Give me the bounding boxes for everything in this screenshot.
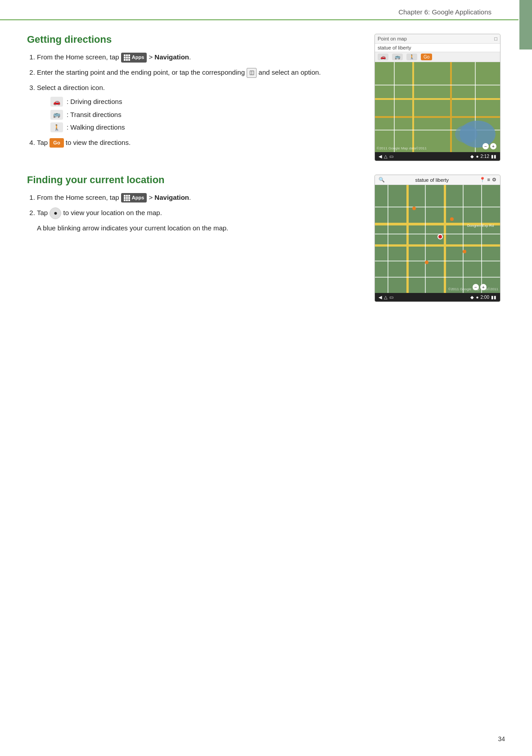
zoom2-in[interactable]: +	[480, 284, 487, 290]
screenshot1-transport: 🚗 🚌 🚶 Go	[375, 52, 500, 62]
screenshot2-status: ◆ ● 2:00 ▮▮	[470, 295, 496, 300]
screenshot2-search-text: statue of liberty	[415, 177, 449, 183]
pin-icon: 📍	[479, 177, 486, 183]
screenshot1-searchbar: statue of liberty	[375, 44, 500, 52]
map-zoom-controls: − +	[482, 143, 496, 149]
section1-title: Getting directions	[27, 34, 361, 45]
step1-period: .	[189, 53, 191, 61]
section1-steps: From the Home screen, tap Apps > Navigat…	[27, 52, 361, 148]
screenshot1-bottombar: ◀ △ ▭ ◆ ● 2:12 ▮▮	[375, 152, 500, 161]
walking-icon: 🚶	[50, 122, 63, 132]
screenshot2-top-icons: 📍 ≡ ⚙	[479, 177, 496, 183]
home-icon[interactable]: △	[384, 154, 388, 159]
signal2-icon: ◆	[470, 295, 474, 300]
transport-walk[interactable]: 🚶	[406, 54, 417, 60]
step2-item: Enter the starting point and the ending …	[37, 67, 361, 78]
step2-text: Enter the starting point and the ending …	[37, 68, 247, 76]
step1-nav: Navigation	[154, 53, 189, 61]
battery2-icon: ▮▮	[491, 295, 496, 300]
back2-icon[interactable]: ◀	[379, 295, 382, 300]
section2-step2: Tap ● to view your location on the map. …	[37, 207, 361, 234]
poi-marker-1	[450, 217, 454, 221]
signal-icon: ◆	[470, 154, 474, 159]
apps-button-1[interactable]: Apps	[121, 53, 147, 63]
bullet-walking: 🚶 : Walking directions	[50, 122, 361, 133]
chapter-tab-decoration	[519, 0, 532, 50]
step4-text-after: to view the directions.	[66, 139, 131, 146]
poi-marker-4	[412, 207, 416, 210]
go-button[interactable]: Go	[50, 138, 63, 148]
back-icon[interactable]: ◀	[379, 154, 382, 159]
map-copyright: ©2011 Google Map data©2011	[377, 146, 427, 150]
bullet-driving: 🚗 : Driving directions	[50, 97, 361, 107]
screenshot1-map: ©2011 Google Map data©2011 − +	[375, 62, 500, 152]
screenshot2-search-icon: 🔍	[379, 177, 385, 183]
battery-icon: ▮▮	[491, 154, 496, 159]
go-transport-btn[interactable]: Go	[421, 54, 432, 60]
screenshot1-nav-icons: ◀ △ ▭	[379, 154, 393, 159]
screenshot1-topbar-icon: □	[494, 36, 497, 41]
menu2-icon[interactable]: ▭	[389, 295, 393, 300]
step4-item: Tap Go to view the directions.	[37, 137, 361, 148]
page-number: 34	[498, 735, 505, 742]
map2-zoom-controls: − +	[473, 284, 487, 290]
step3-item: Select a direction icon. 🚗 : Driving dir…	[37, 82, 361, 133]
page-header: Chapter 6: Google Applications	[0, 0, 518, 20]
location-button[interactable]: ●	[50, 207, 61, 219]
transport-bus[interactable]: 🚌	[392, 54, 403, 60]
map-icon: ◫	[247, 68, 257, 78]
s2-step1-nav: Navigation	[154, 194, 189, 201]
screenshot1: Point on map □ statue of liberty 🚗 🚌 🚶 G…	[374, 34, 500, 161]
screenshot2: 🔍 statue of liberty 📍 ≡ ⚙	[374, 175, 500, 302]
driving-icon: 🚗	[50, 97, 63, 107]
wifi2-icon: ●	[476, 295, 478, 300]
walking-label: : Walking directions	[67, 122, 125, 133]
settings-icon: ⚙	[492, 177, 496, 183]
section2-note: A blue blinking arrow indicates your cur…	[37, 223, 361, 234]
time2-display: 2:00	[481, 295, 489, 300]
step1-item: From the Home screen, tap Apps > Navigat…	[37, 52, 361, 63]
screenshot1-topbar-text: Point on map	[378, 36, 407, 41]
section2-steps: From the Home screen, tap Apps > Navigat…	[27, 192, 361, 234]
transit-label: : Transit directions	[67, 110, 122, 120]
zoom-in[interactable]: +	[490, 143, 496, 149]
time-display: 2:12	[481, 154, 489, 159]
step4-text-before: Tap	[37, 139, 50, 146]
menu-icon[interactable]: ▭	[389, 154, 393, 159]
transport-car[interactable]: 🚗	[378, 54, 388, 60]
zoom2-out[interactable]: −	[473, 284, 479, 290]
section2-title: Finding your current location	[27, 174, 361, 186]
chapter-title: Chapter 6: Google Applications	[398, 8, 491, 16]
screenshot1-search-text: statue of liberty	[378, 45, 411, 50]
layers-icon: ≡	[487, 177, 490, 183]
screenshot2-topbar: 🔍 statue of liberty 📍 ≡ ⚙	[375, 175, 500, 185]
transit-icon: 🚌	[50, 110, 63, 120]
step1-text-before: From the Home screen, tap	[37, 53, 121, 61]
grid-icon-2	[124, 195, 130, 201]
s2-step2-before: Tap	[37, 209, 50, 216]
go-label: Go	[53, 139, 60, 147]
street-label: Dongren Exp Rd	[467, 224, 494, 228]
apps-button-2[interactable]: Apps	[121, 193, 147, 203]
grid-icon	[124, 54, 130, 61]
apps-label-2: Apps	[132, 194, 144, 202]
home2-icon[interactable]: △	[384, 295, 388, 300]
s2-step1-before: From the Home screen, tap	[37, 194, 121, 201]
s2-step2-after: to view your location on the map.	[63, 209, 162, 216]
bullet-transit: 🚌 : Transit directions	[50, 110, 361, 120]
step2-text2: and select an option.	[258, 68, 320, 76]
screenshot1-status: ◆ ● 2:12 ▮▮	[470, 154, 496, 159]
apps-label-1: Apps	[132, 54, 144, 62]
main-content: Getting directions From the Home screen,…	[0, 20, 532, 315]
screenshot2-map: ©2011 Google Map data©2011 − + Dongren E…	[375, 185, 500, 293]
direction-icons-list: 🚗 : Driving directions 🚌 : Transit direc…	[37, 97, 361, 133]
screenshot2-nav-icons: ◀ △ ▭	[379, 295, 393, 300]
left-column: Getting directions From the Home screen,…	[27, 34, 374, 302]
step1-arrow: >	[149, 53, 154, 61]
zoom-out[interactable]: −	[482, 143, 489, 149]
right-column: Point on map □ statue of liberty 🚗 🚌 🚶 G…	[374, 34, 505, 302]
wifi-icon: ●	[476, 154, 478, 159]
poi-marker-3	[425, 261, 428, 264]
poi-marker-2	[463, 250, 466, 253]
section-gap	[27, 156, 361, 174]
